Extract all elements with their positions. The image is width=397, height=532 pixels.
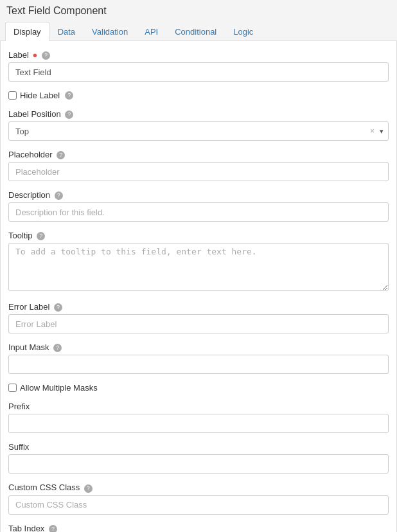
allow-multiple-masks-row: Allow Multiple Masks [8, 383, 389, 393]
description-help-icon[interactable]: ? [55, 191, 63, 200]
input-mask-input[interactable] [8, 355, 389, 374]
allow-multiple-masks-text: Allow Multiple Masks [20, 383, 98, 393]
error-label-input[interactable] [8, 314, 389, 333]
tab-display[interactable]: Display [5, 22, 49, 41]
error-label-label: Error Label ? [8, 302, 389, 312]
placeholder-group: Placeholder ? [8, 150, 389, 181]
error-label-help-icon[interactable]: ? [54, 303, 62, 312]
hide-label-help-icon[interactable]: ? [65, 91, 73, 100]
label-field-label: Label ● ? [8, 50, 389, 60]
label-position-select[interactable]: Top Left Right Bottom [8, 121, 389, 141]
description-label: Description ? [8, 190, 389, 200]
label-position-select-wrapper: Top Left Right Bottom × ▾ [8, 121, 389, 141]
label-input[interactable] [8, 62, 389, 82]
suffix-group: Suffix [8, 442, 389, 474]
label-help-icon[interactable]: ? [42, 51, 50, 60]
placeholder-label: Placeholder ? [8, 150, 389, 159]
tabs-bar: Display Data Validation API Conditional … [0, 22, 397, 41]
tab-index-help-icon[interactable]: ? [49, 525, 57, 532]
label-position-label: Label Position ? [8, 109, 389, 119]
label-position-help-icon[interactable]: ? [65, 111, 73, 119]
label-position-group: Label Position ? Top Left Right Bottom ×… [8, 109, 389, 141]
prefix-group: Prefix [8, 402, 389, 433]
hide-label-text: Hide Label [20, 91, 60, 100]
tab-logic[interactable]: Logic [225, 22, 261, 41]
custom-css-class-label: Custom CSS Class ? [8, 483, 389, 492]
tab-data[interactable]: Data [49, 22, 84, 41]
tab-index-group: Tab Index ? [8, 524, 389, 533]
required-star: ● [32, 50, 37, 60]
placeholder-help-icon[interactable]: ? [57, 151, 65, 159]
tooltip-label: Tooltip ? [8, 231, 389, 240]
page-wrapper: Text Field Component Display Data Valida… [0, 0, 397, 532]
custom-css-class-input[interactable] [8, 495, 389, 515]
select-clear-icon[interactable]: × [370, 127, 375, 136]
placeholder-input[interactable] [8, 162, 389, 181]
hide-label-row: Hide Label ? [8, 91, 389, 100]
description-group: Description ? [8, 190, 389, 222]
custom-css-class-group: Custom CSS Class ? [8, 483, 389, 514]
form-body: Label ● ? Hide Label ? Label Position ? … [0, 41, 397, 532]
description-input[interactable] [8, 202, 389, 222]
suffix-label: Suffix [8, 442, 389, 452]
hide-label-checkbox[interactable] [8, 91, 17, 100]
error-label-group: Error Label ? [8, 302, 389, 333]
tooltip-textarea[interactable] [8, 243, 389, 291]
prefix-input[interactable] [8, 414, 389, 433]
allow-multiple-masks-checkbox[interactable] [8, 384, 17, 392]
tab-api[interactable]: API [136, 22, 166, 41]
label-group: Label ● ? [8, 50, 389, 82]
tab-conditional[interactable]: Conditional [166, 22, 225, 41]
suffix-input[interactable] [8, 454, 389, 474]
input-mask-group: Input Mask ? [8, 342, 389, 374]
tab-index-label: Tab Index ? [8, 524, 389, 533]
tooltip-group: Tooltip ? [8, 231, 389, 293]
tab-validation[interactable]: Validation [84, 22, 136, 41]
input-mask-help-icon[interactable]: ? [53, 344, 62, 352]
custom-css-class-help-icon[interactable]: ? [84, 484, 93, 493]
tooltip-help-icon[interactable]: ? [37, 232, 45, 240]
prefix-label: Prefix [8, 402, 389, 411]
page-title: Text Field Component [0, 0, 397, 22]
input-mask-label: Input Mask ? [8, 342, 389, 352]
